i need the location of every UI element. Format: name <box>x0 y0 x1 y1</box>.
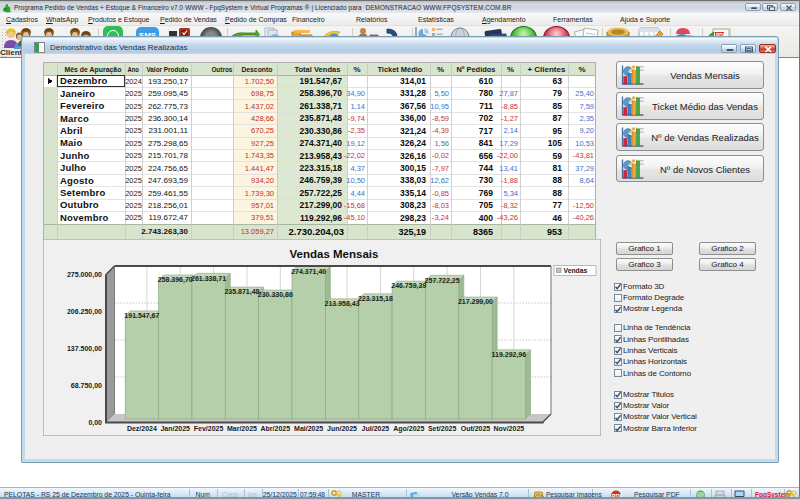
svg-text:1.441,47: 1.441,47 <box>245 164 274 173</box>
svg-text:274.371,40: 274.371,40 <box>299 138 342 148</box>
svg-text:206.250,00: 206.250,00 <box>67 308 102 316</box>
svg-text:-8,03: -8,03 <box>432 201 449 210</box>
svg-text:119.292,96: 119.292,96 <box>492 351 527 359</box>
svg-text:230.330,86: 230.330,86 <box>258 291 293 299</box>
svg-text:-4,39: -4,39 <box>432 126 449 135</box>
svg-text:2025: 2025 <box>125 89 142 98</box>
svg-text:300,15: 300,15 <box>400 163 426 173</box>
svg-text:-9,74: -9,74 <box>348 114 365 123</box>
svg-text:275.000,00: 275.000,00 <box>67 271 102 279</box>
svg-text:331,28: 331,28 <box>400 88 426 98</box>
svg-text:Desconto: Desconto <box>241 65 272 74</box>
svg-text:Novembro: Novembro <box>60 212 109 223</box>
svg-text:-8,32: -8,32 <box>501 201 518 210</box>
svg-text:258.396,70: 258.396,70 <box>158 276 193 284</box>
svg-text:1,14: 1,14 <box>350 102 365 111</box>
svg-text:769: 769 <box>479 188 493 198</box>
svg-text:Mês de Apuração: Mês de Apuração <box>64 65 121 74</box>
svg-text:259.095,45: 259.095,45 <box>148 89 189 98</box>
svg-text:2025: 2025 <box>125 102 142 111</box>
svg-text:230.330,86: 230.330,86 <box>299 126 342 136</box>
svg-text:10,53: 10,53 <box>575 139 594 148</box>
svg-text:-8,85: -8,85 <box>501 102 518 111</box>
svg-text:19,12: 19,12 <box>346 139 365 148</box>
svg-text:Fev/2025: Fev/2025 <box>194 425 224 432</box>
svg-text:2025: 2025 <box>125 151 142 160</box>
svg-text:95: 95 <box>553 126 563 136</box>
svg-text:841: 841 <box>479 138 493 148</box>
svg-text:321,24: 321,24 <box>400 126 426 136</box>
svg-text:2025: 2025 <box>125 201 142 210</box>
svg-text:87: 87 <box>553 113 563 123</box>
svg-text:326,16: 326,16 <box>400 151 426 161</box>
svg-text:275.298,65: 275.298,65 <box>148 139 189 148</box>
svg-text:0,00: 0,00 <box>88 419 102 427</box>
svg-text:224.756,65: 224.756,65 <box>148 164 189 173</box>
svg-text:Vendas: Vendas <box>564 267 588 274</box>
svg-text:8,64: 8,64 <box>579 176 594 185</box>
svg-text:2025: 2025 <box>125 114 142 123</box>
svg-text:670,25: 670,25 <box>251 126 274 135</box>
svg-text:13,41: 13,41 <box>499 164 518 173</box>
svg-text:Total Vendas: Total Vendas <box>294 65 341 74</box>
svg-text:934,20: 934,20 <box>251 176 274 185</box>
svg-text:Fevereiro: Fevereiro <box>60 100 105 111</box>
svg-text:957,01: 957,01 <box>251 201 274 210</box>
svg-text:-22,00: -22,00 <box>497 151 518 160</box>
svg-text:Outros: Outros <box>211 65 232 74</box>
svg-text:Jun/2025: Jun/2025 <box>327 425 357 432</box>
svg-text:235.871,48: 235.871,48 <box>224 288 259 296</box>
svg-text:%: % <box>507 65 514 74</box>
svg-text:1.743,35: 1.743,35 <box>245 151 274 160</box>
svg-text:191.547,67: 191.547,67 <box>124 312 159 320</box>
svg-text:10,50: 10,50 <box>346 176 365 185</box>
svg-text:Outubro: Outubro <box>60 199 99 210</box>
svg-text:9,20: 9,20 <box>579 126 594 135</box>
svg-text:711: 711 <box>479 101 493 111</box>
svg-text:Janeiro: Janeiro <box>60 88 95 99</box>
svg-text:780: 780 <box>479 88 493 98</box>
svg-text:-43,81: -43,81 <box>573 151 594 160</box>
svg-text:2025: 2025 <box>125 139 142 148</box>
svg-text:-0,02: -0,02 <box>432 151 449 160</box>
svg-text:25,40: 25,40 <box>575 89 594 98</box>
svg-text:-0,85: -0,85 <box>432 189 449 198</box>
svg-text:Ticket Médio: Ticket Médio <box>377 65 422 74</box>
svg-text:5,34: 5,34 <box>503 189 518 198</box>
svg-text:27,87: 27,87 <box>499 89 518 98</box>
svg-text:274.371,40: 274.371,40 <box>291 268 326 276</box>
svg-text:Mai/2025: Mai/2025 <box>294 425 323 432</box>
svg-text:2025: 2025 <box>125 126 142 135</box>
svg-text:88: 88 <box>553 188 563 198</box>
svg-text:258.396,70: 258.396,70 <box>299 88 342 98</box>
svg-text:2.743.263,30: 2.743.263,30 <box>141 227 188 236</box>
svg-text:400: 400 <box>479 213 493 223</box>
svg-text:338,03: 338,03 <box>400 175 426 185</box>
svg-text:8365: 8365 <box>473 227 493 237</box>
svg-text:702: 702 <box>479 113 493 123</box>
svg-text:217.299,00: 217.299,00 <box>299 200 342 210</box>
svg-text:81: 81 <box>553 163 563 173</box>
svg-text:119.672,47: 119.672,47 <box>149 213 189 222</box>
svg-text:193.250,17: 193.250,17 <box>148 77 189 86</box>
svg-text:Vendas Mensais: Vendas Mensais <box>290 248 379 260</box>
svg-text:336,00: 336,00 <box>400 113 426 123</box>
svg-text:10,95: 10,95 <box>430 102 449 111</box>
svg-text:Jan/2025: Jan/2025 <box>160 425 190 432</box>
svg-text:367,56: 367,56 <box>400 101 426 111</box>
svg-text:-40,26: -40,26 <box>573 213 594 222</box>
svg-text:119.292,96: 119.292,96 <box>300 213 342 223</box>
svg-text:88: 88 <box>553 175 563 185</box>
svg-text:235.871,48: 235.871,48 <box>299 113 342 123</box>
svg-text:Jul/2025: Jul/2025 <box>362 425 390 432</box>
svg-text:34,90: 34,90 <box>346 89 365 98</box>
svg-text:Abril: Abril <box>60 125 83 136</box>
svg-text:Valor Produto: Valor Produto <box>146 65 188 74</box>
svg-text:927,25: 927,25 <box>251 139 274 148</box>
svg-text:Mar/2025: Mar/2025 <box>227 425 257 432</box>
svg-text:223.315,18: 223.315,18 <box>358 295 393 303</box>
svg-text:Dezembro: Dezembro <box>60 75 108 86</box>
svg-text:79: 79 <box>553 88 563 98</box>
svg-text:63: 63 <box>553 76 563 86</box>
svg-text:262.775,73: 262.775,73 <box>148 102 189 111</box>
